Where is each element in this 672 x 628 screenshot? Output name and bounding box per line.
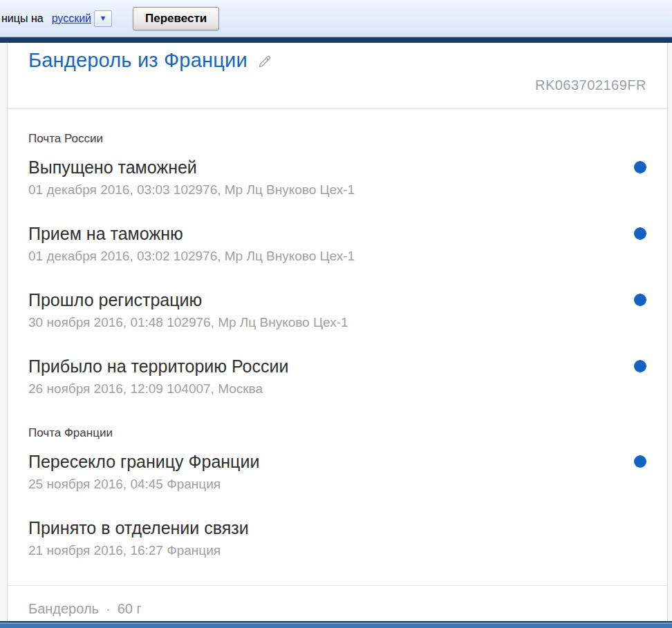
tracking-event: Прием на таможню 01 декабря 2016, 03:02 … <box>28 223 646 263</box>
page-title: Бандероль из Франции <box>28 46 248 74</box>
tracking-timeline: Почта России Выпущено таможней 01 декабр… <box>8 109 667 585</box>
bottom-blue-bar <box>0 621 672 628</box>
tracking-event: Принято в отделении связи 21 ноября 2016… <box>28 517 646 558</box>
chevron-down-icon: ▼ <box>100 15 107 22</box>
language-link[interactable]: русский <box>52 12 91 25</box>
page-header-strip <box>0 37 672 43</box>
edit-pencil-icon[interactable] <box>257 54 272 69</box>
event-title: Выпущено таможней <box>28 157 646 178</box>
translate-prompt-text: ницы на <box>1 12 44 25</box>
translate-button[interactable]: Перевести <box>133 7 219 30</box>
event-details: 26 ноября 2016, 12:09 104007, Москва <box>28 381 646 396</box>
language-dropdown-button[interactable]: ▼ <box>94 10 112 27</box>
event-title: Прибыло на территорию России <box>28 356 646 377</box>
package-weight: 60 г <box>118 601 142 616</box>
event-title: Пересекло границу Франции <box>28 451 646 472</box>
translate-bar: ницы на русский ▼ Перевести <box>0 0 672 37</box>
event-details: 30 ноября 2016, 01:48 102976, Мр Лц Внук… <box>28 315 646 330</box>
event-details: 01 декабря 2016, 03:02 102976, Мр Лц Вну… <box>28 249 646 263</box>
separator-dot: · <box>106 601 111 616</box>
package-summary: Бандероль·60 г <box>8 585 667 616</box>
status-dot-icon <box>634 294 646 306</box>
status-dot-icon <box>634 455 646 468</box>
event-details: 01 декабря 2016, 03:03 102976, Мр Лц Вну… <box>28 182 646 197</box>
event-details: 25 ноября 2016, 04:45 Франция <box>28 477 646 491</box>
tracking-event: Прошло регистрацию 30 ноября 2016, 01:48… <box>28 289 646 330</box>
event-title: Прием на таможню <box>28 223 646 244</box>
event-details: 21 ноября 2016, 16:27 Франция <box>28 543 646 558</box>
tracking-panel: Бандероль из Франции RK063702169FR Почта… <box>7 43 668 621</box>
carrier-label-russia: Почта России <box>28 132 646 146</box>
status-dot-icon <box>634 227 646 240</box>
status-dot-icon <box>634 360 646 372</box>
title-row: Бандероль из Франции <box>28 46 646 74</box>
tracking-event: Прибыло на территорию России 26 ноября 2… <box>28 356 646 396</box>
tracking-number: RK063702169FR <box>28 77 646 93</box>
tracking-event: Выпущено таможней 01 декабря 2016, 03:03… <box>28 157 646 197</box>
event-title: Принято в отделении связи <box>28 517 646 538</box>
package-type: Бандероль <box>28 601 99 616</box>
status-dot-icon <box>634 161 646 173</box>
carrier-label-france: Почта Франции <box>28 426 646 440</box>
tracking-event: Пересекло границу Франции 25 ноября 2016… <box>28 451 646 491</box>
tracking-header: Бандероль из Франции RK063702169FR <box>8 43 667 109</box>
event-title: Прошло регистрацию <box>28 289 646 310</box>
